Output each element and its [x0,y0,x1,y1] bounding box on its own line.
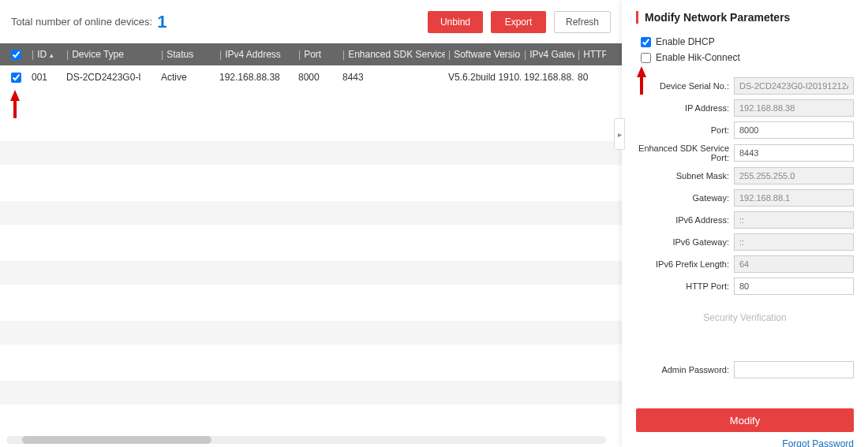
modify-panel: ▸ Modify Network Parameters Enable DHCP … [622,0,868,447]
mask-input [734,167,854,184]
panel-title: Modify Network Parameters [636,11,854,24]
cell-ipv4-gateway: 192.168.88.1 [521,72,574,83]
cell-http: 80 [574,72,606,83]
admin-password-label: Admin Password: [636,365,734,374]
enable-dhcp-label: Enable DHCP [656,36,715,47]
h-scrollbar[interactable] [6,436,606,444]
device-count-value: 1 [157,12,166,32]
empty-row [0,381,622,404]
col-sdk-port[interactable]: Enhanced SDK Service Port [348,49,445,60]
arrow-stem-icon [13,99,17,118]
col-http[interactable]: HTTP [583,49,606,60]
cell-id: 001 [28,72,63,83]
empty-row [0,261,622,285]
device-count-label: Total number of online devices: [11,16,152,28]
serial-input [734,77,854,95]
forgot-password-link[interactable]: Forgot Password [636,438,854,447]
export-button[interactable]: Export [491,11,546,33]
ipv6p-label: IPv6 Prefix Length: [636,259,734,269]
gateway-input [734,189,854,207]
sdk-port-label: Enhanced SDK Service Port: [636,143,734,162]
empty-row [0,351,622,374]
select-all-checkbox[interactable] [11,50,21,60]
row-checkbox[interactable] [11,73,21,83]
http-port-input[interactable] [734,278,854,295]
cell-software-version: V5.6.2build 1910... [445,72,521,83]
sdk-port-input[interactable] [734,144,854,162]
ipv6a-input [734,211,854,229]
cell-ipv4: 192.168.88.38 [216,72,295,83]
ip-label: IP Address: [636,103,734,113]
cell-status: Active [158,72,216,83]
arrow-stem-icon [640,76,643,95]
empty-row [0,321,622,345]
topbar: Total number of online devices: 1 Unbind… [0,0,622,43]
serial-label: Device Serial No.: [636,81,734,91]
ipv6g-label: IPv6 Gateway: [636,237,734,247]
ipv6a-label: IPv6 Address: [636,215,734,225]
admin-password-input[interactable] [734,361,854,378]
http-port-label: HTTP Port: [636,281,734,291]
empty-row [0,201,622,225]
empty-row [0,171,622,195]
col-id[interactable]: ID [37,49,47,60]
port-input[interactable] [734,121,854,139]
enable-hikconnect-label: Enable Hik-Connect [656,52,740,63]
col-ipv4-gateway[interactable]: IPv4 Gateway [529,49,574,60]
top-buttons: Unbind Export Refresh [428,11,611,33]
ip-input [734,99,854,117]
mask-label: Subnet Mask: [636,171,734,181]
col-ipv4[interactable]: IPv4 Address [225,49,281,60]
sort-icon: ▲ [48,52,54,59]
col-software-version[interactable]: Software Version [454,49,521,60]
modify-button[interactable]: Modify [636,408,854,432]
ipv6g-input [734,233,854,251]
table-header: |ID▲ |Device Type |Status |IPv4 Address … [0,43,622,65]
h-scrollbar-thumb[interactable] [22,436,211,444]
ipv6p-input [734,255,854,273]
col-status[interactable]: Status [166,49,193,60]
panel-collapse-handle[interactable]: ▸ [614,118,625,150]
enable-hikconnect-checkbox[interactable] [641,53,651,63]
col-port[interactable]: Port [304,49,321,60]
cell-port: 8000 [295,72,339,83]
device-list-area: Total number of online devices: 1 Unbind… [0,0,622,447]
cell-sdk-port: 8443 [339,72,445,83]
table-body: 001 DS-2CD2423G0-I Active 192.168.88.38 … [0,65,622,89]
col-device-type[interactable]: Device Type [72,49,124,60]
security-verification-label: Security Verification [636,312,854,323]
network-form: Device Serial No.: IP Address: Port: Enh… [636,77,854,447]
gateway-label: Gateway: [636,193,734,203]
empty-row [0,231,622,255]
port-label: Port: [636,125,734,135]
empty-row [0,291,622,315]
unbind-button[interactable]: Unbind [428,11,483,33]
table-row[interactable]: 001 DS-2CD2423G0-I Active 192.168.88.38 … [0,65,622,89]
cell-device-type: DS-2CD2423G0-I [63,72,158,83]
enable-dhcp-checkbox[interactable] [641,37,651,47]
refresh-button[interactable]: Refresh [554,11,611,33]
empty-row [0,141,622,165]
